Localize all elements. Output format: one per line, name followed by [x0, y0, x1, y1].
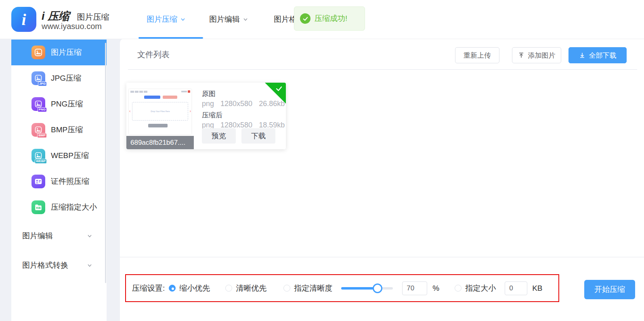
radio-button[interactable]	[455, 285, 461, 292]
filename-bar: 689ac8fb21b67....	[126, 136, 194, 149]
slider-fill	[341, 287, 378, 290]
add-images-button[interactable]: 添加图片	[512, 47, 561, 63]
tab-label: 图片编辑	[209, 14, 240, 25]
mini-dropzone-text: Drop Your Files Here	[151, 110, 170, 112]
png-compress-icon: PNG	[31, 97, 45, 111]
download-icon	[579, 52, 585, 58]
sidebar-item-bmp-compress[interactable]: BMP BMP压缩	[11, 117, 107, 143]
page-title: 文件列表	[137, 49, 170, 60]
radio-button-checked[interactable]	[169, 285, 176, 292]
start-compress-button[interactable]: 开始压缩	[584, 280, 635, 299]
mini-header-right	[181, 90, 190, 93]
app-logo: i	[11, 7, 36, 32]
tab-image-edit[interactable]: 图片编辑	[209, 0, 248, 39]
mini-right-arrow-icon: ›	[190, 109, 191, 113]
radio-button[interactable]	[283, 285, 290, 292]
radio-label: 指定大小	[465, 283, 496, 294]
download-all-button[interactable]: 全部下载	[568, 47, 627, 63]
success-check-icon	[300, 13, 310, 24]
radio-shrink-priority[interactable]: 缩小优先	[169, 283, 210, 294]
download-all-label: 全部下载	[589, 51, 617, 60]
quality-input[interactable]	[402, 281, 427, 295]
tab-label: 图片压缩	[147, 14, 177, 25]
content-gutter	[107, 39, 120, 321]
card-buttons: 预览 下载	[202, 128, 275, 144]
original-format: png	[202, 100, 214, 108]
section-label: 图片编辑	[22, 231, 53, 241]
sidebar-item-label: 证件照压缩	[51, 176, 89, 187]
brand-url: www.iyasuo.com	[42, 22, 102, 31]
preview-button[interactable]: 预览	[202, 128, 236, 144]
mini-compress-button	[148, 124, 168, 127]
original-meta: png 1280x580 26.86kb	[202, 100, 285, 108]
compression-settings-bar: 压缩设置: 缩小优先 清晰优先 指定清晰度 % 指定大小	[125, 274, 559, 302]
brand-subtitle: 图片压缩	[77, 13, 109, 21]
mini-dropzone: Drop Your Files Here	[132, 102, 188, 121]
radio-label: 清晰优先	[236, 283, 266, 294]
sidebar-item-label: BMP压缩	[51, 125, 83, 135]
file-card: Drop Your Files Here ‹ › 689ac8fb21b67..…	[126, 83, 286, 149]
filename-text: 689ac8fb21b67....	[130, 139, 185, 147]
brand-title-row: i 压缩 图片压缩	[42, 9, 109, 23]
jpg-compress-icon: JPG	[31, 71, 45, 85]
active-tab-underline	[138, 37, 203, 39]
sidebar-item-label: JPG压缩	[51, 73, 81, 83]
reupload-label: 重新上传	[464, 51, 491, 60]
size-unit: KB	[532, 284, 542, 293]
tab-image-compress[interactable]: 图片压缩	[147, 0, 185, 39]
add-images-label: 添加图片	[528, 51, 556, 60]
sidebar-item-label: WEBP压缩	[51, 150, 89, 161]
sidebar-section-image-edit[interactable]: 图片编辑	[11, 226, 107, 246]
bmp-badge: BMP	[37, 133, 47, 138]
app-header: i i 压缩 图片压缩 www.iyasuo.com 图片压缩 图片编辑 图片格…	[0, 0, 644, 39]
mini-upload-button	[144, 96, 160, 99]
sidebar-scrollbar[interactable]	[105, 43, 106, 283]
id-photo-icon	[31, 175, 45, 188]
bottom-separator	[120, 257, 644, 257]
header-separator	[128, 69, 637, 70]
settings-label: 压缩设置:	[132, 283, 165, 294]
original-label: 原图	[202, 89, 285, 98]
image-compress-icon	[31, 46, 45, 59]
main-panel: 文件列表 重新上传 添加图片 全部下载 Drop Your Files H	[120, 39, 644, 321]
radio-specify-size[interactable]: 指定大小	[455, 283, 496, 294]
left-gray-strip	[0, 39, 11, 321]
sidebar-item-target-size-compress[interactable]: KB 压缩指定大小	[11, 194, 107, 220]
sidebar-item-webp-compress[interactable]: WEBP WEBP压缩	[11, 143, 107, 169]
sidebar-item-jpg-compress[interactable]: JPG JPG压缩	[11, 65, 107, 91]
reupload-button[interactable]: 重新上传	[455, 47, 499, 63]
section-label: 图片格式转换	[22, 260, 68, 271]
sidebar-item-id-photo-compress[interactable]: 证件照压缩	[11, 169, 107, 194]
size-input[interactable]	[505, 281, 527, 295]
sidebar-item-png-compress[interactable]: PNG PNG压缩	[11, 91, 107, 117]
radio-button[interactable]	[225, 285, 232, 292]
radio-label: 缩小优先	[179, 283, 210, 294]
success-toast: 压缩成功!	[294, 6, 365, 31]
download-button[interactable]: 下载	[241, 128, 275, 144]
sidebar-item-label: 压缩指定大小	[51, 202, 97, 213]
logo-letter: i	[21, 10, 26, 29]
webp-compress-icon: WEBP	[31, 149, 45, 163]
chevron-down-icon	[87, 263, 92, 268]
radio-clarity-priority[interactable]: 清晰优先	[225, 283, 266, 294]
original-dimensions: 1280x580	[220, 100, 252, 108]
brand-title: i 压缩	[42, 10, 69, 22]
app-body: 图片压缩 JPG JPG压缩 PNG PNG压缩 BMP	[0, 39, 644, 321]
thumbnail-mini-page: Drop Your Files Here ‹ ›	[129, 89, 191, 134]
radio-specify-clarity[interactable]: 指定清晰度	[283, 283, 332, 294]
quality-slider[interactable]	[341, 287, 393, 290]
compressed-label: 压缩后	[202, 110, 285, 120]
sidebar-item-label: PNG压缩	[51, 99, 83, 109]
file-thumbnail[interactable]: Drop Your Files Here ‹ › 689ac8fb21b67..…	[126, 83, 194, 149]
slider-thumb[interactable]	[373, 283, 382, 293]
jpg-badge: JPG	[38, 81, 47, 86]
mini-format-badges	[130, 91, 147, 93]
quality-unit: %	[432, 284, 439, 293]
mini-clear-button	[163, 96, 177, 99]
upload-icon	[518, 52, 524, 58]
sidebar-item-image-compress[interactable]: 图片压缩	[11, 40, 107, 65]
png-badge: PNG	[38, 107, 47, 112]
kb-size-icon: KB	[31, 200, 45, 214]
sidebar-section-format-convert[interactable]: 图片格式转换	[11, 255, 107, 275]
bmp-compress-icon: BMP	[31, 123, 45, 137]
